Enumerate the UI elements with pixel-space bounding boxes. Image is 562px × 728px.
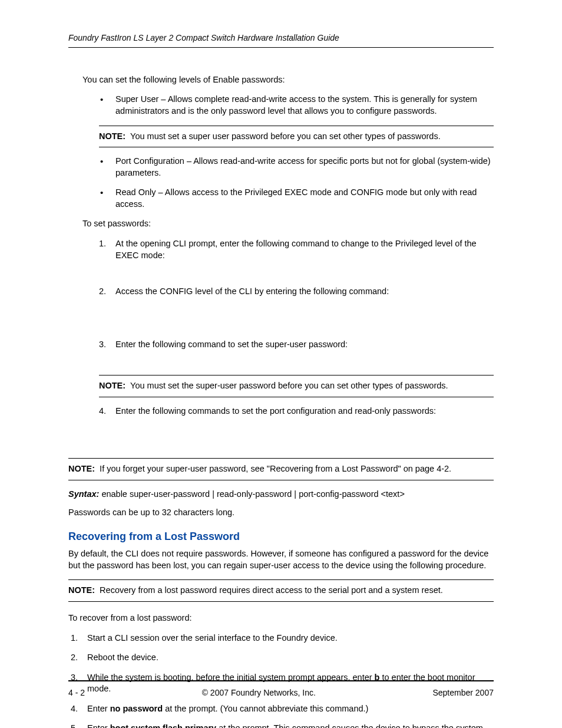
step-text: At the opening CLI prompt, enter the fol… (115, 239, 477, 260)
step-item: Enter boot system flash primary at the p… (71, 723, 494, 728)
note-box: NOTE:Recovery from a lost password requi… (68, 579, 494, 602)
step-text: Enter (87, 704, 110, 713)
step-bold: boot system flash primary (110, 723, 217, 728)
note-box: NOTE:If you forget your super-user passw… (68, 458, 494, 480)
section2-intro: By default, the CLI does not require pas… (68, 548, 494, 571)
note-label: NOTE: (68, 464, 95, 473)
step-item: Enter no password at the prompt. (You ca… (71, 703, 494, 715)
note-label: NOTE: (99, 131, 125, 141)
note-text: You must set the super-user password bef… (130, 381, 448, 390)
step-item: Access the CONFIG level of the CLI by en… (99, 286, 494, 331)
step-bold: no password (110, 704, 163, 713)
note-text: You must set a super user password befor… (130, 131, 441, 141)
pw-length: Passwords can be up to 32 characters lon… (68, 507, 494, 519)
note-box: NOTE:You must set the super-user passwor… (99, 375, 494, 397)
note-label: NOTE: (68, 585, 95, 595)
intro-paragraph: You can set the following levels of Enab… (82, 74, 494, 86)
note-box: NOTE:You must set a super user password … (99, 126, 494, 148)
section-heading: Recovering from a Lost Password (68, 529, 494, 543)
step-item: Start a CLI session over the serial inte… (71, 633, 494, 644)
list-item: Read Only – Allows access to the Privile… (99, 187, 494, 210)
step-text: Enter the following command to set the s… (115, 340, 348, 349)
note-text: If you forget your super-user password, … (100, 464, 451, 473)
list-item: Port Configuration – Allows read-and-wri… (99, 156, 494, 179)
page-footer: 4 - 2 © 2007 Foundry Networks, Inc. Sept… (68, 680, 494, 699)
footer-center: © 2007 Foundry Networks, Inc. (202, 687, 316, 699)
to-recover-label: To recover from a lost password: (68, 612, 494, 624)
note-text: Recovery from a lost password requires d… (100, 585, 443, 595)
step-text: at the prompt. (You cannot abbreviate th… (163, 704, 368, 713)
step-item: Reboot the device. (71, 652, 494, 664)
note-label: NOTE: (99, 381, 125, 390)
header-title: Foundry FastIron LS Layer 2 Compact Swit… (68, 33, 339, 42)
syntax-line: Syntax:enable super-user-password | read… (68, 489, 494, 500)
to-set-label: To set passwords: (82, 218, 494, 230)
syntax-label: Syntax: (68, 489, 99, 499)
step-text: Access the CONFIG level of the CLI by en… (115, 286, 389, 296)
list-item: Super User – Allows complete read-and-wr… (99, 94, 494, 117)
step-item: Enter the following commands to set the … (99, 406, 494, 450)
step-item: At the opening CLI prompt, enter the fol… (99, 238, 494, 278)
footer-right: September 2007 (432, 687, 494, 699)
syntax-text: enable super-user-password | read-only-p… (101, 489, 404, 499)
step-item: Enter the following command to set the s… (99, 339, 494, 397)
running-header: Foundry FastIron LS Layer 2 Compact Swit… (68, 32, 494, 48)
step-text: Enter the following commands to set the … (115, 406, 436, 416)
step-text: Enter (87, 723, 110, 728)
footer-left: 4 - 2 (68, 687, 85, 699)
